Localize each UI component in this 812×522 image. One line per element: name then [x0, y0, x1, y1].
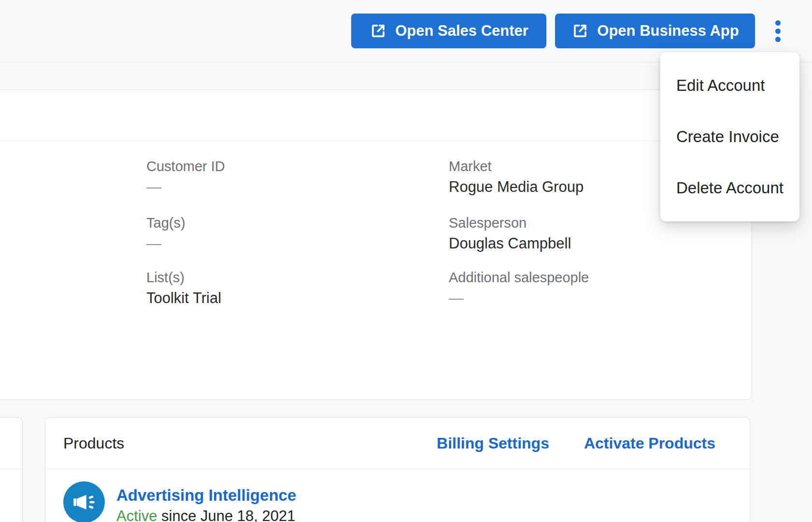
product-avatar [63, 481, 105, 522]
account-more-actions-button[interactable] [766, 14, 789, 48]
menu-item-create-invoice[interactable]: Create Invoice [660, 111, 799, 162]
field-customer-id: Customer ID — [146, 158, 417, 197]
menu-item-delete-account[interactable]: Delete Account [660, 162, 799, 214]
field-label: List(s) [146, 269, 417, 286]
account-details-page: Open Sales Center Open Business App Cust… [0, 0, 812, 522]
product-status: Active since June 18, 2021 [116, 507, 296, 522]
kebab-vertical-icon [775, 20, 781, 26]
field-value: Douglas Campbell [449, 234, 719, 253]
account-actions-menu: Edit Account Create Invoice Delete Accou… [660, 52, 799, 221]
field-label: Additional salespeople [449, 269, 719, 286]
menu-item-edit-account[interactable]: Edit Account [660, 60, 799, 111]
megaphone-icon [71, 489, 98, 516]
external-link-icon [571, 22, 589, 40]
field-additional-salespeople: Additional salespeople — [449, 269, 719, 308]
activate-products-link[interactable]: Activate Products [584, 435, 715, 452]
open-business-app-label: Open Business App [597, 22, 739, 40]
account-info-panel: Customer ID — Tag(s) — List(s) Toolkit T… [0, 89, 752, 400]
products-title: Products [63, 435, 124, 452]
panel-divider [0, 141, 752, 141]
open-sales-center-label: Open Sales Center [395, 22, 528, 40]
open-business-app-button[interactable]: Open Business App [555, 14, 755, 48]
field-value: — [146, 234, 417, 253]
open-sales-center-button[interactable]: Open Sales Center [351, 14, 546, 48]
field-value: Toolkit Trial [146, 289, 417, 308]
product-name-link[interactable]: Advertising Intelligence [116, 486, 296, 505]
billing-settings-link[interactable]: Billing Settings [437, 435, 549, 452]
field-lists: List(s) Toolkit Trial [146, 269, 417, 308]
field-tags: Tag(s) — [146, 214, 417, 253]
field-label: Customer ID [146, 158, 417, 175]
products-card-header: Products Billing Settings Activate Produ… [45, 418, 750, 469]
status-active-badge: Active [116, 508, 157, 522]
field-label: Tag(s) [146, 214, 417, 232]
product-row: Advertising Intelligence Active since Ju… [45, 470, 750, 522]
external-link-icon [369, 22, 387, 40]
adjacent-card-fragment [0, 417, 23, 522]
field-value: — [146, 177, 417, 197]
field-value: — [449, 289, 719, 308]
products-card: Products Billing Settings Activate Produ… [45, 417, 750, 522]
status-since-text: since June 18, 2021 [157, 508, 295, 522]
